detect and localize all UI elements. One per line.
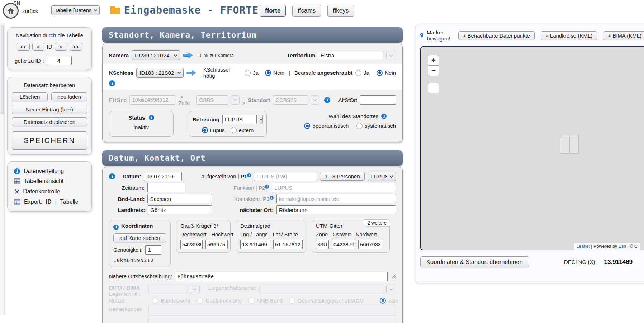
betreuung-input[interactable] bbox=[222, 115, 257, 124]
export-prefix: Export: bbox=[24, 199, 42, 205]
attribution-text: | Powered by bbox=[590, 244, 619, 249]
lng-input[interactable] bbox=[240, 240, 270, 249]
scrollbar-thumb[interactable] bbox=[1, 25, 4, 114]
new-entry-button[interactable]: Neuer Eintrag (leer) bbox=[12, 105, 87, 114]
ort-label: nächster Ort: bbox=[215, 207, 274, 213]
lat-input[interactable] bbox=[273, 240, 303, 249]
info-icon[interactable] bbox=[247, 173, 251, 177]
bearsafe-nein-radio[interactable]: Nein bbox=[377, 70, 396, 76]
fforte-button[interactable]: fforte bbox=[260, 5, 286, 17]
home-button[interactable] bbox=[3, 3, 19, 19]
p3-input[interactable] bbox=[276, 194, 396, 203]
p2-input[interactable] bbox=[272, 183, 396, 192]
record-edit-box: Datensatz bearbeiten Löschen neu laden N… bbox=[7, 77, 92, 155]
zoom-out-button[interactable]: − bbox=[428, 66, 439, 76]
kschloss-select[interactable]: ID103 : 21S02 bbox=[136, 68, 183, 78]
kamera-select[interactable]: ID239 : 21R24 bbox=[132, 50, 180, 60]
separator: | bbox=[287, 70, 292, 76]
info-icon[interactable] bbox=[113, 225, 119, 230]
landkreis-input[interactable] bbox=[148, 205, 212, 214]
kschloss-band: KSchloss ID103 : 21S02 KSchlüssel nötig … bbox=[103, 64, 402, 90]
info-icon[interactable] bbox=[109, 80, 115, 86]
next-record-button[interactable]: > bbox=[55, 43, 67, 51]
more-coords-button[interactable]: 2 weitere bbox=[364, 219, 390, 227]
esri-link[interactable]: Esri bbox=[619, 244, 626, 249]
betreuung-dropdown-button[interactable] bbox=[260, 115, 263, 124]
zeitraum-input[interactable] bbox=[147, 183, 185, 192]
camera-link-arrow-icon[interactable] bbox=[183, 52, 193, 58]
wahl-opportunistisch-radio[interactable]: opportunistisch bbox=[304, 123, 349, 129]
info-icon[interactable] bbox=[149, 115, 154, 120]
ffcams-button[interactable]: ffcams bbox=[292, 5, 321, 17]
utm-ostwert-input[interactable] bbox=[332, 240, 355, 249]
zoom-in-button[interactable]: + bbox=[428, 55, 439, 66]
genauigkeit-input[interactable] bbox=[145, 245, 161, 255]
ffkeys-button[interactable]: ffkeys bbox=[327, 5, 354, 17]
neighbor-points-button[interactable]: + Benachbarte Datenpunkte bbox=[458, 31, 535, 40]
landkreise-kml-button[interactable]: + Landkreise (KML) bbox=[541, 31, 597, 40]
last-record-button[interactable]: >> bbox=[70, 43, 82, 51]
territorium-input[interactable] bbox=[318, 51, 383, 60]
standort-label: Standort bbox=[248, 97, 270, 103]
wahl-systematisch-radio[interactable]: systematisch bbox=[356, 123, 396, 129]
duplicate-button[interactable]: Datensatz duplizieren bbox=[12, 117, 87, 126]
bima-kml-button[interactable]: + BIMA (KML) bbox=[603, 31, 644, 40]
info-icon[interactable] bbox=[270, 196, 274, 200]
info-icon[interactable] bbox=[324, 97, 330, 103]
lock-link-arrow-icon[interactable] bbox=[186, 70, 196, 76]
left-scrollbar[interactable] bbox=[0, 23, 5, 315]
datum-input[interactable] bbox=[144, 172, 182, 181]
ort-input[interactable] bbox=[276, 205, 396, 214]
info-icon[interactable] bbox=[109, 173, 115, 179]
save-button[interactable]: SPEICHERN bbox=[12, 131, 87, 150]
bearsafe-ja-radio[interactable]: Ja bbox=[355, 70, 369, 76]
resize-grip-icon[interactable] bbox=[391, 274, 396, 279]
ortsbeschreibung-label: Nähere Ortsbeschreibung: bbox=[109, 273, 172, 279]
kschluessel-ja-radio[interactable]: Ja bbox=[245, 70, 259, 76]
kschluessel-nein-radio[interactable]: Nein bbox=[265, 70, 284, 76]
ortsbeschreibung-input[interactable] bbox=[175, 272, 388, 281]
territorium-dropdown-button[interactable] bbox=[386, 51, 396, 60]
hochwert-input[interactable] bbox=[205, 240, 228, 249]
radio-label: kein bbox=[388, 298, 398, 304]
utm-zone-input[interactable] bbox=[316, 240, 329, 249]
bndland-input[interactable] bbox=[147, 194, 212, 203]
apply-coordinates-button[interactable]: Koordinaten & Standort übernehmen bbox=[420, 256, 529, 267]
goto-id-input[interactable] bbox=[46, 56, 72, 65]
sidebar-item-datenkontrolle[interactable]: ⚒ Datenkontrolle bbox=[14, 188, 85, 195]
rechtswert-input[interactable] bbox=[180, 240, 203, 249]
altstort-input[interactable] bbox=[360, 95, 396, 105]
sidebar: Navigation durch die Tabelle << < ID > >… bbox=[7, 27, 92, 212]
prev-record-button[interactable]: < bbox=[32, 43, 44, 51]
leaflet-link[interactable]: Leaflet bbox=[576, 244, 590, 249]
export-table-link[interactable]: Tabelle bbox=[60, 199, 79, 205]
map-canvas[interactable]: + − Leaflet | Powered by Esri | © C bbox=[420, 46, 644, 250]
p1-input[interactable] bbox=[254, 172, 317, 181]
info-icon[interactable] bbox=[265, 185, 269, 189]
dezimalgrad-box: Dezimalgrad Lng / LängeLat / Breite bbox=[236, 220, 306, 253]
betreuung-box: Betreuung Lupus extern bbox=[189, 111, 267, 137]
map-layers-control[interactable] bbox=[428, 83, 439, 93]
radio-label: Ja bbox=[253, 70, 259, 76]
kamera-label: Kamera bbox=[109, 52, 129, 58]
p1-select[interactable]: LUPUS (LW bbox=[368, 172, 396, 181]
back-link[interactable]: zurück bbox=[22, 8, 38, 14]
table-select[interactable]: Tabelle [Datens bbox=[51, 5, 100, 15]
dz-col2: Lat / Breite bbox=[273, 232, 298, 237]
utm-box: UTM-Gitter 2 weitere ZoneOstwertNordwert bbox=[312, 220, 390, 253]
delete-button[interactable]: Löschen bbox=[12, 92, 48, 101]
goto-id-link[interactable]: gehe zu ID bbox=[15, 58, 41, 64]
sidebar-item-tabellenansicht[interactable]: Tabellenansicht bbox=[14, 178, 85, 184]
betreuung-lupus-radio[interactable]: Lupus bbox=[202, 127, 225, 133]
sidebar-item-datenverteilung[interactable]: Datenverteilung bbox=[14, 168, 85, 174]
reload-button[interactable]: neu laden bbox=[51, 92, 87, 101]
export-id-link[interactable]: ID bbox=[46, 199, 52, 205]
betreuung-extern-radio[interactable]: extern bbox=[231, 127, 254, 133]
declng-value: 13.911469 bbox=[600, 257, 637, 267]
gauss-krueger-box: Gauß-Krüger 3° RechtswertHochwert bbox=[176, 220, 231, 253]
personen-button[interactable]: 1 - 3 Personen bbox=[320, 172, 364, 181]
utm-nordwert-input[interactable] bbox=[358, 240, 382, 249]
first-record-button[interactable]: << bbox=[17, 43, 30, 51]
map-search-button[interactable]: auf Karte suchen bbox=[113, 233, 166, 242]
info-icon[interactable] bbox=[381, 114, 387, 119]
